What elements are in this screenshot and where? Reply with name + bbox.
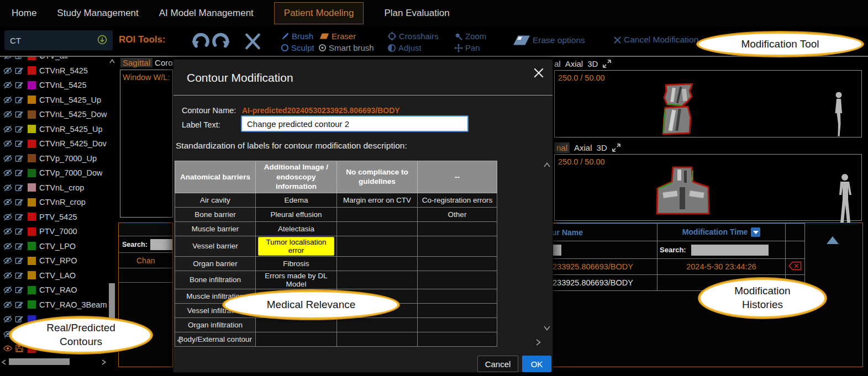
collapse-panel-arrow-icon[interactable] bbox=[827, 236, 839, 244]
tab-sagittal-partial[interactable]: al bbox=[554, 59, 561, 69]
edit-icon[interactable] bbox=[14, 285, 24, 295]
left-history-row[interactable]: Chan bbox=[119, 253, 172, 268]
eye-slash-icon[interactable] bbox=[3, 109, 13, 119]
contour-row[interactable]: CTVp_7000_Dow bbox=[0, 166, 108, 181]
label-text-input[interactable] bbox=[241, 115, 469, 132]
eye-slash-icon[interactable] bbox=[3, 197, 13, 207]
contour-row[interactable]: CTVnR_crop bbox=[0, 195, 108, 210]
sculpt-tool[interactable]: Sculpt bbox=[281, 43, 314, 52]
table-scroll-left-icon[interactable] bbox=[177, 337, 182, 344]
left-history-row-empty[interactable] bbox=[119, 268, 172, 283]
redo-button[interactable] bbox=[212, 32, 232, 50]
adjust-tool[interactable]: Adjust bbox=[387, 43, 422, 52]
label-cell[interactable]: Muscle barrier bbox=[175, 221, 256, 236]
nav-item-ai-model-management[interactable]: AI Model Management bbox=[159, 8, 254, 19]
edit-icon[interactable] bbox=[14, 109, 24, 119]
eye-slash-icon[interactable] bbox=[3, 66, 13, 76]
tab-sagittal[interactable]: Sagittal bbox=[120, 58, 152, 67]
contour-row[interactable]: CTV_LPO bbox=[0, 239, 108, 254]
edit-icon[interactable] bbox=[14, 271, 24, 280]
contour-row[interactable]: PTV_5425 bbox=[0, 210, 108, 225]
contour-row[interactable]: CTVnL_crop bbox=[0, 181, 108, 195]
label-cell[interactable]: Atelectasia bbox=[256, 221, 337, 236]
label-cell[interactable]: Body/External contour bbox=[175, 332, 256, 346]
contour-row[interactable]: CTV_LAO bbox=[0, 268, 108, 283]
expand-icon[interactable] bbox=[612, 143, 621, 152]
history-row[interactable]: 233925.806693/BODY2024-5-30 23:44:26 bbox=[551, 259, 805, 275]
eye-slash-icon[interactable] bbox=[3, 80, 13, 90]
edit-icon[interactable] bbox=[14, 168, 24, 178]
right-top-viewport[interactable]: 250.0 / 50.00 bbox=[554, 70, 862, 137]
column-header-modification-time[interactable]: Modification Time bbox=[657, 224, 786, 241]
contour-row[interactable]: CTVnL_5425_Dow bbox=[0, 107, 108, 122]
brush-tool[interactable]: Brush bbox=[281, 31, 313, 41]
edit-icon[interactable] bbox=[14, 241, 24, 251]
tab-axial-2[interactable]: Axial bbox=[574, 142, 592, 153]
edit-icon[interactable] bbox=[14, 256, 24, 266]
eye-slash-icon[interactable] bbox=[3, 183, 13, 193]
table-scroll-up-icon[interactable] bbox=[544, 162, 550, 167]
left-viewport[interactable]: Window W/L: bbox=[120, 70, 173, 218]
label-cell[interactable]: Tumor localisation error bbox=[256, 236, 337, 256]
edit-icon[interactable] bbox=[14, 80, 24, 90]
eye-slash-icon[interactable] bbox=[3, 212, 13, 222]
label-cell[interactable]: Pleural effusion bbox=[256, 207, 337, 221]
label-cell[interactable]: Air cavity bbox=[175, 193, 256, 207]
edit-icon[interactable] bbox=[14, 183, 24, 193]
contour-row[interactable]: CTVp_7000_Up bbox=[0, 151, 108, 166]
label-cell[interactable]: Fibrosis bbox=[256, 256, 337, 271]
delete-row-icon[interactable] bbox=[788, 261, 802, 271]
sidebar-vertical-scrollbar[interactable] bbox=[108, 57, 116, 358]
label-cell[interactable]: Errors made by DL Model bbox=[256, 271, 337, 289]
smart-brush-tool[interactable]: Smart brush bbox=[318, 43, 374, 52]
eye-slash-icon[interactable] bbox=[3, 139, 13, 149]
contour-row[interactable]: CTV_RAO bbox=[0, 283, 108, 298]
label-cell[interactable]: Bone barrier bbox=[175, 207, 256, 221]
clear-button[interactable] bbox=[244, 33, 262, 50]
column-header-contour-name[interactable]: ur Name bbox=[551, 224, 657, 241]
label-cell[interactable]: Margin error on CTV bbox=[337, 193, 418, 207]
tab-3d-2[interactable]: 3D bbox=[597, 142, 607, 153]
erase-options-button[interactable]: Erase options bbox=[513, 35, 585, 46]
table-scroll-right-icon[interactable] bbox=[536, 339, 541, 346]
eye-slash-icon[interactable] bbox=[3, 256, 13, 266]
time-search-input[interactable] bbox=[691, 245, 769, 256]
eye-icon[interactable] bbox=[3, 343, 13, 353]
contour-row[interactable]: CTVnR_5425 bbox=[0, 63, 108, 78]
nav-item-patient-modeling[interactable]: Patient Modeling bbox=[274, 2, 364, 24]
ok-button[interactable]: OK bbox=[522, 356, 551, 372]
contour-row[interactable]: CTV_RAO_3Beam bbox=[0, 298, 108, 313]
eye-slash-icon[interactable] bbox=[3, 57, 13, 61]
edit-icon[interactable] bbox=[14, 153, 24, 163]
contour-row[interactable]: CTVnL_5425 bbox=[0, 78, 108, 93]
label-cell[interactable]: Vessel barrier bbox=[175, 236, 256, 256]
nav-item-plan-evaluation[interactable]: Plan Evaluation bbox=[384, 8, 449, 19]
horizontal-scroll-thumb[interactable] bbox=[9, 358, 70, 365]
tab-3d[interactable]: 3D bbox=[587, 59, 598, 69]
series-selector[interactable]: CT bbox=[4, 30, 113, 50]
label-cell[interactable]: Bone infiltration bbox=[175, 271, 256, 289]
eye-slash-icon[interactable] bbox=[3, 241, 13, 251]
edit-icon[interactable] bbox=[14, 66, 24, 76]
label-cell[interactable]: Edema bbox=[256, 193, 337, 207]
label-cell[interactable]: Other bbox=[418, 207, 497, 221]
nav-item-study-management[interactable]: Study Management bbox=[57, 8, 138, 19]
edit-icon[interactable] bbox=[14, 57, 24, 61]
eraser-tool[interactable]: Eraser bbox=[319, 31, 356, 41]
search-input[interactable] bbox=[150, 239, 172, 250]
eye-slash-icon[interactable] bbox=[3, 226, 13, 236]
edit-icon[interactable] bbox=[14, 139, 24, 149]
crosshairs-tool[interactable]: Crosshairs bbox=[387, 31, 439, 41]
eye-slash-icon[interactable] bbox=[3, 300, 13, 310]
close-icon[interactable] bbox=[533, 67, 545, 79]
vertical-scroll-thumb[interactable] bbox=[109, 283, 115, 322]
contour-row[interactable]: CTVnL_5425_Up bbox=[0, 93, 108, 108]
sidebar-horizontal-scrollbar[interactable] bbox=[0, 358, 116, 366]
contour-row[interactable]: PTV_7000 bbox=[0, 224, 108, 239]
sort-dropdown-button[interactable] bbox=[751, 227, 760, 237]
edit-icon[interactable] bbox=[14, 314, 24, 324]
edit-icon[interactable] bbox=[14, 197, 24, 207]
cancel-button[interactable]: Cancel bbox=[477, 356, 518, 372]
contour-row[interactable]: CTV_RPO bbox=[0, 253, 108, 268]
edit-icon[interactable] bbox=[14, 95, 24, 105]
